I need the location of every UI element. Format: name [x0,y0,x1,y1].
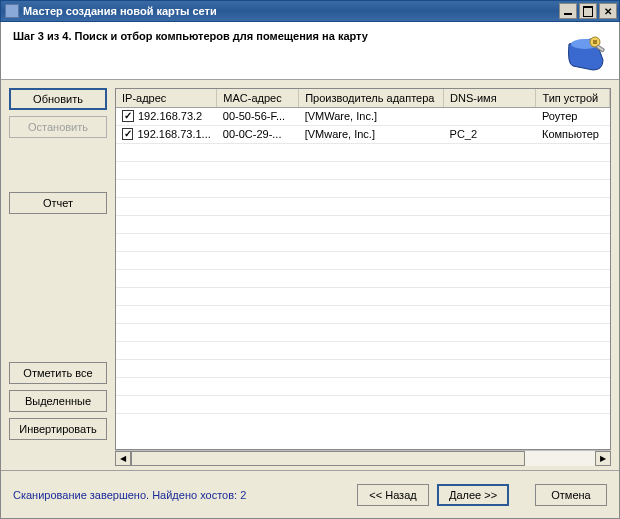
scroll-thumb[interactable] [131,451,525,466]
results-table[interactable]: IP-адрес MAC-адрес Производитель адаптер… [115,88,611,450]
empty-row [116,197,610,215]
titlebar: Мастер создания новой карты сети ✕ [0,0,620,22]
minimize-button[interactable] [559,3,577,19]
col-mac[interactable]: MAC-адрес [217,89,299,107]
wizard-header: Шаг 3 из 4. Поиск и отбор компьютеров дл… [1,22,619,80]
empty-row [116,233,610,251]
col-device-type[interactable]: Тип устрой [536,89,610,107]
empty-row [116,395,610,413]
table-body: 192.168.73.200-50-56-F...[VMWare, Inc.]Р… [116,107,610,413]
status-text: Сканирование завершено. Найдено хостов: … [13,489,349,501]
selected-button[interactable]: Выделенные [9,390,107,412]
select-all-button[interactable]: Отметить все [9,362,107,384]
svg-rect-2 [593,40,597,44]
table-wrap: IP-адрес MAC-адрес Производитель адаптер… [115,88,611,466]
col-ip[interactable]: IP-адрес [116,89,217,107]
empty-row [116,251,610,269]
row-checkbox[interactable] [122,110,134,122]
content-area: Обновить Остановить Отчет Отметить все В… [9,88,611,466]
empty-row [116,377,610,395]
maximize-button[interactable] [579,3,597,19]
row-checkbox[interactable] [122,128,133,140]
cell-ip: 192.168.73.1... [137,128,210,140]
empty-row [116,143,610,161]
horizontal-scrollbar[interactable]: ◀ ▶ [115,450,611,466]
col-manufacturer[interactable]: Производитель адаптера [299,89,444,107]
side-buttons: Обновить Остановить Отчет Отметить все В… [9,88,107,466]
cell-ip: 192.168.73.2 [138,110,202,122]
cell-mac: 00-50-56-F... [217,107,299,125]
app-icon [5,4,19,18]
refresh-button[interactable]: Обновить [9,88,107,110]
empty-row [116,323,610,341]
close-button[interactable]: ✕ [599,3,617,19]
empty-row [116,179,610,197]
window-body: Шаг 3 из 4. Поиск и отбор компьютеров дл… [0,22,620,519]
table-row[interactable]: 192.168.73.200-50-56-F...[VMWare, Inc.]Р… [116,107,610,125]
cell-dns: PC_2 [444,125,536,143]
next-button[interactable]: Далее >> [437,484,509,506]
stop-button: Остановить [9,116,107,138]
cell-mac: 00-0C-29-... [217,125,299,143]
table-header-row: IP-адрес MAC-адрес Производитель адаптер… [116,89,610,107]
empty-row [116,269,610,287]
footer: Сканирование завершено. Найдено хостов: … [1,470,619,518]
invert-button[interactable]: Инвертировать [9,418,107,440]
empty-row [116,341,610,359]
cell-manufacturer: [VMWare, Inc.] [299,107,444,125]
report-button[interactable]: Отчет [9,192,107,214]
table-row[interactable]: 192.168.73.1...00-0C-29-...[VMware, Inc.… [116,125,610,143]
wizard-step-text: Шаг 3 из 4. Поиск и отбор компьютеров дл… [13,30,368,42]
window-title: Мастер создания новой карты сети [23,5,557,17]
cell-device-type: Роутер [536,107,610,125]
scroll-left-icon[interactable]: ◀ [115,451,131,466]
cell-manufacturer: [VMware, Inc.] [299,125,444,143]
cell-dns [444,107,536,125]
cancel-button[interactable]: Отмена [535,484,607,506]
empty-row [116,287,610,305]
back-button[interactable]: << Назад [357,484,429,506]
scroll-track[interactable] [131,451,595,466]
empty-row [116,305,610,323]
empty-row [116,359,610,377]
empty-row [116,161,610,179]
scroll-right-icon[interactable]: ▶ [595,451,611,466]
wizard-header-icon [563,30,607,74]
cell-device-type: Компьютер [536,125,610,143]
col-dns[interactable]: DNS-имя [444,89,536,107]
empty-row [116,215,610,233]
